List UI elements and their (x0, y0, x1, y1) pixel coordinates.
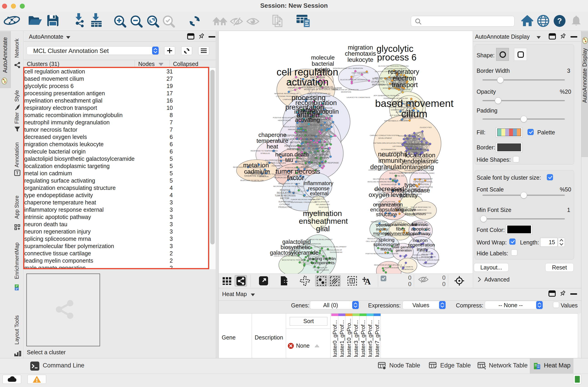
svg-text:process 6: process 6 (377, 52, 416, 62)
svg-text:PROTEIN COMPLEX: PROTEIN COMPLEX (266, 162, 286, 164)
svg-text:OLIGODENDROCYTE DEVELOPMENT: OLIGODENDROCYTE DEVELOPMENT (314, 246, 347, 248)
svg-text:LEFT/RIGHT NEURON: LEFT/RIGHT NEURON (393, 145, 412, 147)
svg-text:POSITIVE REGULATION VIA SPLICE: POSITIVE REGULATION VIA SPLICEOSOME (366, 253, 399, 255)
svg-text:REGULATION OF: REGULATION OF (315, 201, 330, 203)
svg-text:cadmium: cadmium (244, 168, 270, 175)
svg-text:RESPONSE TO METAL ION: RESPONSE TO METAL ION (240, 179, 264, 181)
svg-text:ATP GENERATION FROM ADP: ATP GENERATION FROM ADP (374, 95, 399, 97)
svg-text:chemotaxis: chemotaxis (345, 50, 376, 57)
svg-text:GAMMA-MEDIATED: GAMMA-MEDIATED (313, 151, 330, 153)
svg-text:metal ion: metal ion (243, 162, 269, 169)
svg-text:T CELL RECEPTOR: T CELL RECEPTOR (311, 135, 327, 137)
svg-text:INFLAMMATORY: INFLAMMATORY (316, 203, 330, 206)
svg-text:tumours: tumours (414, 212, 426, 216)
svg-text:REGULATION OF TUMOR: REGULATION OF TUMOR (278, 183, 300, 185)
svg-text:T: T (351, 279, 354, 283)
svg-text:CELL CHEMOTAXIS: CELL CHEMOTAXIS (352, 72, 368, 74)
svg-text:LEUKOCYTE: LEUKOCYTE (371, 81, 385, 83)
svg-text:polymerization: polymerization (385, 231, 415, 236)
svg-text:injury: injury (417, 247, 428, 252)
svg-text:REGULATION OF: REGULATION OF (327, 249, 342, 251)
svg-text:POSITIVE: POSITIVE (316, 198, 325, 200)
svg-text:generation: generation (396, 248, 412, 252)
svg-text:FLUID: FLUID (412, 146, 418, 148)
svg-text:MIGRATION: MIGRATION (341, 91, 351, 93)
svg-text:DEVELOPMENT: DEVELOPMENT (378, 137, 392, 139)
svg-text:structure: structure (376, 211, 397, 217)
svg-text:mrna: mrna (381, 246, 392, 252)
svg-text:BIOSYNTHETIC PROCESS: BIOSYNTHETIC PROCESS (282, 259, 305, 261)
svg-text:MOVEMENT: MOVEMENT (405, 138, 415, 140)
svg-text:SRP-DEPENDENT: SRP-DEPENDENT (415, 178, 433, 180)
svg-text:DETERMINATION: DETERMINATION (381, 149, 396, 150)
svg-text:POSITIVE: POSITIVE (280, 189, 290, 192)
svg-text:ANTIGEN VIA MHC: ANTIGEN VIA MHC (312, 148, 328, 150)
svg-text:migration: migration (348, 44, 373, 51)
svg-text:PRESENTATION: PRESENTATION (287, 148, 304, 150)
svg-text:FACTOR: FACTOR (280, 197, 289, 200)
svg-text:?: ? (557, 16, 562, 25)
svg-text:ATP METABOLIC PROCESS: ATP METABOLIC PROCESS (384, 120, 408, 122)
svg-text:electron: electron (393, 75, 416, 82)
svg-text:activity: activity (399, 192, 418, 199)
svg-text:activation: activation (286, 76, 329, 87)
svg-text:METAL ION: METAL ION (395, 175, 404, 177)
svg-text:RESPONSE TO AXON INJURY: RESPONSE TO AXON INJURY (417, 259, 440, 261)
svg-text:LOCALIZATION TO ENDOPLASMIC: LOCALIZATION TO ENDOPLASMIC (405, 172, 435, 174)
svg-text:NEUTROPHIL ACTIVATION: NEUTROPHIL ACTIVATION (373, 178, 396, 180)
svg-text:CEREBROSPINAL: CEREBROSPINAL (404, 143, 424, 145)
svg-text:activating: activating (295, 116, 320, 123)
svg-text:REGENERATION: REGENERATION (423, 263, 436, 264)
svg-text:REGULATION OF CILIUM: REGULATION OF CILIUM (398, 135, 420, 137)
svg-text:REGULATION OF PEPTIDE: REGULATION OF PEPTIDE (292, 163, 315, 165)
svg-text:IMMUNE: IMMUNE (297, 130, 308, 133)
svg-text:targeting: targeting (410, 164, 434, 171)
svg-text:PROTEIN: PROTEIN (420, 183, 429, 186)
svg-text:respiratory: respiratory (388, 68, 419, 75)
svg-text:galactosylceramide: galactosylceramide (270, 249, 318, 256)
svg-text:PROCESSING AND: PROCESSING AND (310, 145, 326, 147)
svg-text:A: A (364, 277, 371, 286)
svg-text:CIRCULATION: CIRCULATION (406, 148, 421, 150)
svg-text:CARDIAC CONDUCTION SYSTEM: CARDIAC CONDUCTION SYSTEM (370, 134, 399, 136)
svg-text:pathway: pathway (413, 231, 431, 236)
svg-text:leukocyte: leukocyte (347, 56, 373, 63)
svg-text:transport: transport (392, 81, 418, 88)
svg-text:external: external (310, 191, 329, 196)
svg-text:STIMULUS: STIMULUS (261, 152, 270, 154)
svg-text:cilium: cilium (401, 108, 427, 120)
svg-text:myelination: myelination (303, 209, 342, 218)
svg-text:tissue: tissue (405, 212, 415, 216)
svg-text:connective: connective (396, 207, 416, 212)
svg-text:based movement: based movement (375, 98, 454, 109)
svg-text:GLYCOLYTIC PROCESS THROUGH: GLYCOLYTIC PROCESS THROUGH (378, 65, 409, 67)
svg-text:components: components (311, 260, 335, 265)
svg-text:INVOLVED IN IMMUNE RESPONSE: INVOLVED IN IMMUNE RESPONSE (367, 181, 397, 183)
svg-text:PATTERN SPECIFICATION PROCESS: PATTERN SPECIFICATION PROCESS (373, 142, 405, 144)
svg-text:REGULATION OF CELL: REGULATION OF CELL (310, 124, 330, 126)
svg-text:ASSEMBLY: ASSEMBLY (318, 141, 328, 143)
svg-text:GENERATION: GENERATION (401, 268, 414, 270)
svg-text:OLIGOCYTES: OLIGOCYTES (420, 127, 432, 129)
svg-text:molecule: molecule (311, 54, 335, 61)
svg-text:REGULATION OF ADAPTIVE: REGULATION OF ADAPTIVE (284, 126, 308, 128)
svg-text:heat: heat (267, 143, 278, 150)
svg-text:SEQUESTERING OF: SEQUESTERING OF (389, 172, 407, 174)
svg-text:POSITIVE REGULATION OF: POSITIVE REGULATION OF (273, 117, 296, 119)
svg-text:PROCESSING AND: PROCESSING AND (284, 145, 305, 147)
svg-text:RESPONSE: RESPONSE (319, 206, 329, 208)
svg-text:ANTIGEN PATHWAY: ANTIGEN PATHWAY (290, 141, 311, 144)
svg-text:GLUCOCORTICOID MIGRATION: GLUCOCORTICOID MIGRATION (340, 79, 367, 81)
svg-text:REGULATION OF: REGULATION OF (313, 267, 328, 269)
svg-text:RESPONSE TO TEMPERATURE: RESPONSE TO TEMPERATURE (251, 150, 278, 152)
svg-text:NECROSIS FACTOR PRODUCTION: NECROSIS FACTOR PRODUCTION (273, 185, 304, 187)
svg-text:TUMOR NECROSIS: TUMOR NECROSIS (275, 194, 295, 197)
svg-text:MALE GAMETE: MALE GAMETE (400, 266, 413, 268)
svg-text:factor: factor (287, 174, 304, 181)
svg-text:RESPONSE-REGULATING: RESPONSE-REGULATING (284, 134, 315, 137)
svg-text:HEMOPOIESIS: HEMOPOIESIS (278, 119, 291, 121)
svg-text:HORMONE: HORMONE (417, 209, 427, 211)
svg-text:CYTOKINE: CYTOKINE (279, 203, 290, 206)
svg-text:COTRANSLATIONAL: COTRANSLATIONAL (413, 181, 433, 183)
svg-text:IMMUNE RESPONSE: IMMUNE RESPONSE (288, 129, 306, 130)
